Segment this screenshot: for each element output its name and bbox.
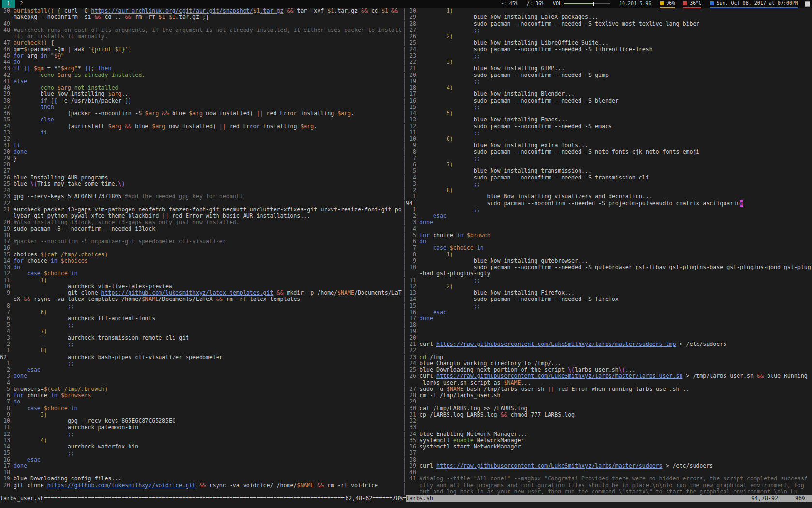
code-segment: aurcheck ttf-ancient-fonts bbox=[14, 315, 155, 322]
line-number: 20 bbox=[0, 482, 10, 489]
code-segment: ) bbox=[128, 46, 131, 53]
code-line: 16 esac bbox=[406, 309, 812, 315]
line-number: 13 bbox=[0, 437, 10, 444]
code-segment: 7) bbox=[41, 329, 47, 335]
code-segment: aurcheck transmission-remote-cli-git bbox=[14, 335, 189, 341]
code-line: 39 blue Now installing $arg... bbox=[0, 91, 403, 97]
code-segment: tar -xvf bbox=[293, 8, 327, 14]
code-line: 10 sudo pacman --noconfirm --needed -S q… bbox=[406, 264, 812, 270]
line-number: 34 bbox=[0, 123, 10, 130]
code-segment bbox=[14, 457, 27, 463]
code-segment: ]] bbox=[125, 98, 131, 104]
url-text: .tar.gz bbox=[260, 8, 284, 14]
code-segment: || bbox=[257, 110, 263, 117]
line-number: 12 bbox=[0, 270, 10, 277]
code-text: ;; bbox=[420, 207, 812, 213]
line-number: 9 bbox=[0, 412, 10, 418]
code-line: 8 ;; bbox=[0, 303, 403, 309]
code-line: 46qm=$(pacman -Qm | awk '{print $1}') bbox=[0, 46, 403, 53]
code-segment: curl bbox=[420, 373, 436, 379]
calendar-icon bbox=[710, 1, 714, 5]
code-segment: \) bbox=[118, 181, 125, 187]
line-number: 4 bbox=[406, 226, 416, 232]
code-segment bbox=[14, 309, 41, 315]
line-number: 27 bbox=[406, 386, 416, 392]
code-line: 27 bbox=[0, 168, 403, 174]
volume-slider[interactable] bbox=[564, 2, 610, 6]
code-line: 2 esac bbox=[0, 367, 403, 373]
code-text: git clone https://github.com/lukesmithxy… bbox=[14, 482, 403, 489]
code-segment bbox=[68, 405, 71, 412]
code-segment bbox=[14, 360, 68, 367]
code-segment: || bbox=[219, 123, 226, 130]
line-number: 40 bbox=[406, 469, 416, 476]
battery-module[interactable]: 96% bbox=[660, 0, 675, 8]
vertical-split-separator[interactable]: | | | | | | | | | | | | | | | | | | | | … bbox=[403, 8, 406, 495]
code-segment: && bbox=[95, 14, 102, 20]
code-segment: .tar.gz ;} bbox=[175, 14, 209, 20]
line-number bbox=[406, 489, 416, 495]
code-segment: && bbox=[24, 296, 30, 302]
code-segment: " bbox=[74, 65, 78, 72]
code-segment: aurcheck palemoon-bin bbox=[14, 424, 138, 431]
line-number: 43 bbox=[0, 65, 10, 72]
datetime-module[interactable]: Sun, Oct 08, 2017 at 07:00PM bbox=[710, 0, 798, 8]
code-segment bbox=[14, 431, 68, 437]
line-number: 8 bbox=[406, 252, 416, 258]
code-segment: rm -rf voidrice bbox=[324, 482, 378, 489]
workspace-2-button[interactable]: 2 bbox=[15, 0, 28, 8]
code-text: ;; bbox=[14, 322, 403, 328]
line-number: 21 bbox=[0, 207, 10, 213]
code-text: aurcheck() { bbox=[14, 40, 403, 46]
vim-window-right[interactable]: 30 1)29 blue Now installing LaTeX packag… bbox=[406, 8, 812, 495]
code-text: if [[ -e /usr/bin/packer ]] bbox=[14, 98, 403, 104]
code-line: 22 bbox=[0, 200, 403, 207]
tray-icon[interactable] bbox=[805, 1, 810, 7]
code-segment: for bbox=[14, 53, 24, 59]
code-text: -bad gst-plugins-ugly bbox=[420, 270, 812, 277]
statusline-inactive[interactable]: larbs_user.sh ==========================… bbox=[0, 495, 406, 502]
code-text: sudo pacman -S --noconfirm --needed i3lo… bbox=[14, 226, 403, 232]
volume-module[interactable]: VOL bbox=[553, 0, 610, 8]
code-segment: " bbox=[51, 53, 54, 59]
code-text: ;; bbox=[420, 277, 812, 284]
code-segment: > /etc/sudoers bbox=[663, 463, 713, 469]
code-segment: git clone bbox=[14, 290, 101, 296]
code-segment: echo bbox=[41, 72, 58, 78]
code-segment: esac bbox=[433, 309, 447, 315]
code-segment: $NAME bbox=[337, 290, 354, 296]
vim-window-left[interactable]: 50aurinstall() { curl -O https://aur.arc… bbox=[0, 8, 403, 495]
code-line: 15 ;; bbox=[406, 303, 812, 309]
code-line: 13 blue Now installing Firefox... bbox=[406, 290, 812, 296]
line-number: 3 bbox=[0, 335, 10, 341]
code-line: larbs_user.sh script as $NAME... bbox=[406, 380, 812, 386]
code-text: (aurinstall $arg && blue $arg now instal… bbox=[14, 123, 403, 130]
temperature-module[interactable]: 36°C bbox=[683, 0, 701, 8]
code-segment: $arg bbox=[58, 72, 71, 78]
code-text: gpg --recv-keys 5FAF0A6EE7371805 #Add th… bbox=[14, 194, 403, 200]
statusline-active[interactable]: larbs.sh 94,78-92 96% bbox=[406, 495, 812, 502]
code-line: 3done bbox=[406, 219, 812, 225]
code-segment: sudo pacman --noconfirm --needed -S texl… bbox=[420, 21, 699, 27]
code-line: 29 bbox=[406, 399, 812, 405]
code-segment: not installed bbox=[71, 85, 118, 91]
code-text: ;; bbox=[14, 303, 403, 309]
workspace-1-button[interactable]: 1 bbox=[2, 0, 15, 8]
line-number: 3 bbox=[406, 181, 416, 187]
code-text: echo $arg not installed bbox=[14, 85, 403, 91]
volume-handle[interactable] bbox=[593, 2, 594, 6]
code-segment: && bbox=[287, 8, 293, 14]
code-segment: sudo pacman --noconfirm --needed -S fire… bbox=[420, 296, 619, 302]
code-line: 16 sudo pacman --noconfirm --needed -S b… bbox=[406, 98, 812, 104]
code-text bbox=[420, 226, 812, 232]
line-number: 24 bbox=[406, 46, 416, 53]
code-text bbox=[420, 424, 812, 431]
code-segment: out and log back in as your new user, th… bbox=[420, 489, 798, 495]
code-segment: 1) bbox=[447, 8, 453, 14]
code-segment: $arg bbox=[108, 123, 121, 130]
code-text: git clone https://github.com/lukesmithxy… bbox=[14, 290, 403, 296]
code-segment bbox=[14, 367, 27, 373]
code-segment bbox=[196, 482, 199, 489]
code-segment: cp /LARBS.log LARBS.log bbox=[420, 412, 501, 418]
code-segment: it, or installs it manually. bbox=[14, 33, 108, 40]
